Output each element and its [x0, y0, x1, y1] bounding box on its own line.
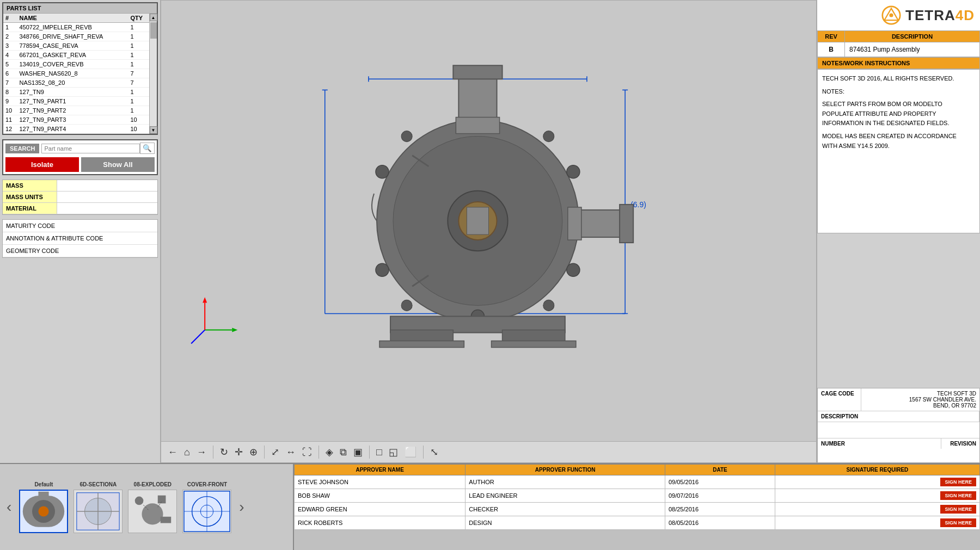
table-row[interactable]: 8 127_TN9 1 [3, 88, 149, 97]
property-row: MASS [3, 180, 157, 191]
perspective-view-button[interactable]: ◱ [388, 445, 399, 459]
approver-name: BOB SHAW [295, 489, 465, 503]
markup-3d-button[interactable]: ◈ [324, 445, 334, 459]
notes-line: TECH SOFT 3D 2016, ALL RIGHTS RESERVED. [822, 74, 975, 84]
table-row[interactable]: 2 348766_DRIVE_SHAFT_REVA 1 [3, 32, 149, 41]
table-row[interactable]: 4 667201_GASKET_REVA 1 [3, 51, 149, 60]
part-name: NAS1352_08_20 [17, 78, 128, 88]
table-row[interactable]: 1 450722_IMPELLER_REVB 1 [3, 23, 149, 32]
svg-rect-57 [158, 495, 166, 503]
approval-col-header: SIGNATURE REQUIRED [775, 465, 979, 475]
svg-rect-58 [161, 516, 171, 523]
separator-3 [318, 446, 319, 459]
fit-screen-button[interactable]: ⛶ [301, 446, 313, 459]
forward-arrow-button[interactable]: → [195, 446, 207, 459]
code-row: ANNOTATION & ATTRIBUTE CODE [3, 232, 157, 245]
part-num: 5 [3, 60, 17, 69]
right-panel: TETRA4D REV DESCRIPTION B 874631 Pump As… [817, 0, 980, 463]
left-panel: PARTS LIST # NAME QTY 1 450722_ [0, 0, 161, 463]
table-row[interactable]: 3 778594_CASE_REVA 1 [3, 41, 149, 51]
search-input[interactable] [41, 144, 140, 153]
expand-button[interactable]: ⤡ [429, 445, 439, 459]
part-num: 9 [3, 97, 17, 106]
approver-function: CHECKER [465, 503, 665, 516]
fit-diagonal-button[interactable]: ⤢ [270, 445, 280, 459]
scroll-up-arrow[interactable]: ▲ [150, 14, 157, 21]
approver-date: 08/05/2016 [665, 516, 775, 530]
property-row: MATERIAL [3, 203, 157, 214]
part-qty: 7 [128, 78, 149, 88]
part-name: 127_TN9_PART1 [17, 97, 128, 106]
bottom-row: ‹ Default 6D-SECTIONA 08-EXPLODED COVER-… [0, 463, 980, 550]
zoom-region-button[interactable]: ⊕ [248, 445, 259, 459]
approval-row: EDWARD GREEN CHECKER 08/25/2016 SIGN HER… [295, 503, 980, 516]
thumb-prev-button[interactable]: ‹ [3, 498, 15, 516]
svg-rect-31 [458, 68, 497, 131]
sign-here-button[interactable]: SIGN HERE [940, 478, 976, 486]
part-num: 10 [3, 106, 17, 115]
table-row[interactable]: 9 127_TN9_PART1 1 [3, 97, 149, 106]
svg-point-26 [401, 300, 412, 311]
table-row[interactable]: 7 NAS1352_08_20 7 [3, 78, 149, 88]
svg-point-24 [401, 131, 412, 142]
logo-text: TETRA4D [905, 7, 975, 24]
parts-scrollbar[interactable]: ▲ ▼ [149, 14, 157, 134]
table-row[interactable]: 6 WASHER_NAS620_8 7 [3, 69, 149, 78]
prop-value [57, 191, 157, 202]
part-qty: 1 [128, 60, 149, 69]
cage-code-value: TECH SOFT 3D1567 SW CHANDLER AVE.BEND, O… [861, 388, 979, 411]
part-name: 134019_COVER_REVB [17, 60, 128, 69]
notes-line: MODEL HAS BEEN CREATED IN ACCORDANCE [822, 132, 975, 141]
svg-rect-32 [453, 65, 502, 79]
part-name: 127_TN9_PART4 [17, 125, 128, 134]
table-row[interactable]: 5 134019_COVER_REVB 1 [3, 60, 149, 69]
svg-point-22 [376, 263, 389, 276]
pan-button[interactable]: ✛ [234, 445, 244, 459]
part-num: 3 [3, 41, 17, 51]
home-view-button[interactable]: ⌂ [183, 446, 191, 459]
back-arrow-button[interactable]: ← [167, 446, 179, 459]
viewport-3d[interactable]: (6.9) [161, 1, 816, 441]
table-row[interactable]: 10 127_TN9_PART2 1 [3, 106, 149, 115]
views-3d-button[interactable]: ⧉ [339, 446, 348, 459]
code-row: MATURITY CODE [3, 220, 157, 232]
part-num: 4 [3, 51, 17, 60]
svg-point-29 [458, 202, 497, 240]
section-cut-button[interactable]: ▣ [352, 445, 364, 459]
cube-view-button[interactable]: ⬜ [403, 445, 418, 459]
table-row[interactable]: 12 127_TN9_PART4 10 [3, 125, 149, 134]
sign-here-button[interactable]: SIGN HERE [940, 491, 976, 500]
svg-point-46 [889, 13, 893, 17]
part-qty: 1 [128, 41, 149, 51]
thumb-image [19, 490, 68, 533]
front-view-button[interactable]: □ [375, 446, 383, 459]
svg-marker-15 [189, 342, 193, 346]
thumbnail-item[interactable]: COVER-FRONT [182, 481, 231, 533]
view-toolbar: ← ⌂ → ↻ ✛ ⊕ ⤢ ↔ ⛶ ◈ ⧉ ▣ □ ◱ ⬜ ⤡ [161, 441, 816, 462]
description-value-row [818, 422, 979, 438]
isolate-button[interactable]: Isolate [5, 157, 79, 172]
scroll-thumb[interactable] [150, 22, 157, 39]
approval-section: APPROVER NAMEAPPROVER FUNCTIONDATESIGNAT… [294, 464, 980, 550]
sign-here-button[interactable]: SIGN HERE [940, 518, 976, 527]
rotate-button[interactable]: ↻ [219, 445, 229, 459]
search-section: SEARCH 🔍 Isolate Show All [2, 139, 158, 175]
sign-here-button[interactable]: SIGN HERE [940, 505, 976, 514]
scroll-down-arrow[interactable]: ▼ [150, 126, 157, 134]
search-button[interactable]: 🔍 [140, 143, 155, 154]
thumbnail-item[interactable]: 08-EXPLODED [128, 481, 177, 533]
part-num: 12 [3, 125, 17, 134]
thumbnail-item[interactable]: Default [19, 481, 68, 533]
approval-row: BOB SHAW LEAD ENGINEER 09/07/2016 SIGN H… [295, 489, 980, 503]
svg-marker-13 [232, 327, 237, 332]
thumbnail-item[interactable]: 6D-SECTIONA [74, 481, 122, 533]
part-qty: 1 [128, 51, 149, 60]
fit-horizontal-button[interactable]: ↔ [285, 446, 297, 459]
code-row: GEOMETRY CODE [3, 245, 157, 257]
parts-list-section: PARTS LIST # NAME QTY 1 450722_ [2, 2, 158, 135]
svg-rect-37 [390, 316, 565, 332]
thumb-next-button[interactable]: › [236, 498, 247, 516]
show-all-button[interactable]: Show All [81, 157, 155, 172]
svg-rect-36 [568, 207, 581, 240]
table-row[interactable]: 11 127_TN9_PART3 10 [3, 115, 149, 125]
